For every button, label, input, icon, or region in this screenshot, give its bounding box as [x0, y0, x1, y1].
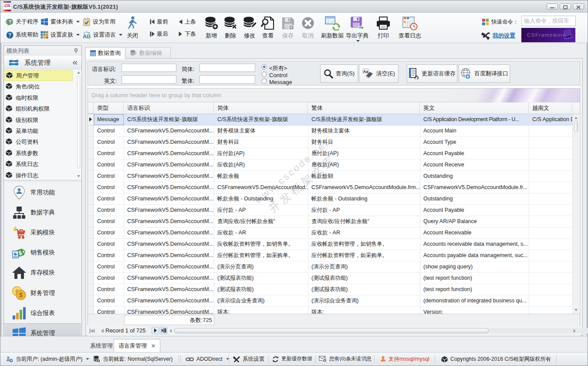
- svg-text:Aa: Aa: [363, 69, 368, 74]
- svg-text:✳: ✳: [290, 25, 293, 30]
- svg-text:$: $: [19, 291, 23, 298]
- svg-text:?: ?: [8, 32, 11, 38]
- svg-text:?: ?: [9, 19, 12, 24]
- svg-text:B: B: [87, 33, 91, 39]
